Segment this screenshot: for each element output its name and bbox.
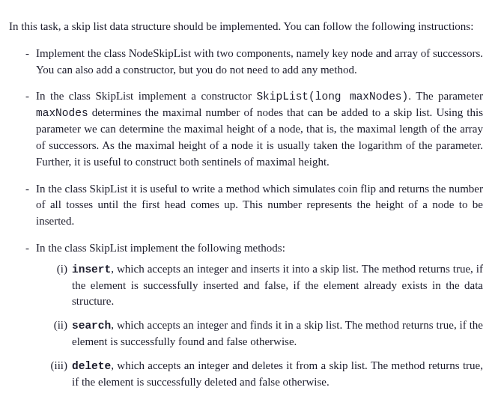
method-item-insert: (i) insert, which accepts an integer and… [49,261,483,311]
method-num-2: (ii) [45,317,67,334]
instruction-list: Implement the class NodeSkipList with tw… [25,46,483,391]
method-desc-insert: , which accepts an integer and inserts i… [72,263,483,308]
instruction-2-text-a: In the class SkipList implement a constr… [36,90,256,102]
method-item-search: (ii) search, which accepts an integer an… [49,317,483,350]
instruction-4-intro: In the class SkipList implement the foll… [36,242,285,254]
instruction-item-1: Implement the class NodeSkipList with tw… [25,46,483,79]
methods-list: (i) insert, which accepts an integer and… [49,261,483,391]
instruction-item-4: In the class SkipList implement the foll… [25,240,483,391]
instruction-2-text-b: . The parameter [408,90,483,102]
method-name-delete: delete [72,360,111,372]
method-name-search: search [72,320,111,332]
param-code: maxNodes [36,107,88,119]
constructor-code: SkipList(long maxNodes) [256,91,408,103]
instruction-3-text: In the class SkipList it is useful to wr… [36,183,483,228]
instruction-item-2: In the class SkipList implement a constr… [25,88,483,170]
method-name-insert: insert [72,264,111,276]
instruction-2-text-c: determines the maximal number of nodes t… [36,106,483,168]
method-item-delete: (iii) delete, which accepts an integer a… [49,358,483,391]
method-desc-delete: , which accepts an integer and deletes i… [72,359,483,388]
method-num-1: (i) [45,261,67,278]
method-num-3: (iii) [45,358,67,374]
method-desc-search: , which accepts an integer and finds it … [72,319,483,347]
instruction-item-3: In the class SkipList it is useful to wr… [25,181,483,230]
intro-text: In this task, a skip list data structure… [9,19,483,35]
instruction-1-text: Implement the class NodeSkipList with tw… [36,47,483,76]
